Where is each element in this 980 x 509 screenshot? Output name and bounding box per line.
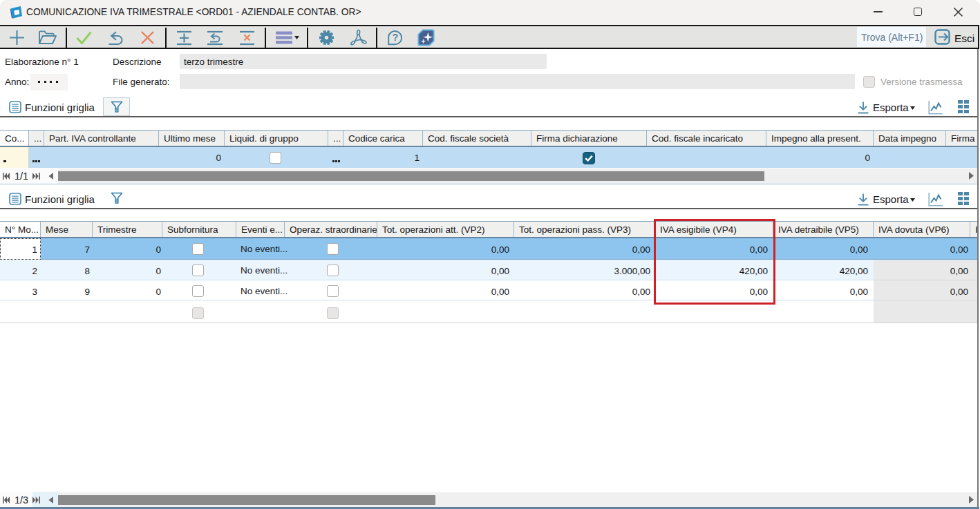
svg-text:?: ? — [392, 32, 398, 43]
